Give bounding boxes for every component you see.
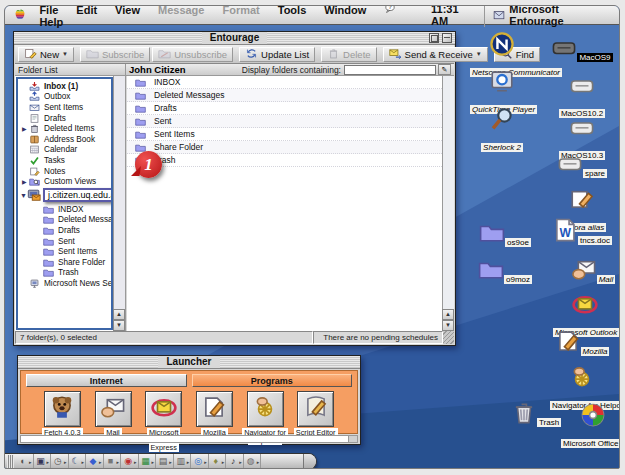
menu-window[interactable]: Window	[315, 5, 375, 16]
new-button[interactable]: New▼	[18, 47, 74, 62]
entourage-titlebar[interactable]: Entourage	[14, 32, 455, 45]
menu-edit[interactable]: Edit	[67, 5, 106, 16]
scroll-down-button[interactable]: ▼	[442, 320, 454, 331]
desktop-icon-microsoft-office-200[interactable]: Microsoft Office 200	[561, 402, 620, 450]
module-arrow-icon: ▸	[239, 459, 242, 465]
folder-item-deleted-items[interactable]: ▶Deleted Items	[18, 123, 111, 134]
video-source-module[interactable]: ◍▸	[244, 454, 262, 469]
desktop-icon-label: Sherlock 2	[481, 143, 523, 152]
desktop-icon-tncs-doc[interactable]: Wtncs.doc	[550, 217, 614, 247]
quicktime-module[interactable]: ◎▸	[191, 454, 209, 469]
menu-tools[interactable]: Tools	[269, 5, 316, 16]
desktop-icon-os9oe[interactable]: os9oe	[473, 219, 537, 249]
menu-file[interactable]: File	[30, 5, 67, 16]
folder-item-sent-items[interactable]: Sent Items	[18, 246, 111, 257]
control-strip-grip[interactable]	[7, 455, 14, 468]
disclosure-collapsed-icon[interactable]: ▶	[22, 178, 29, 185]
application-menu[interactable]: Microsoft Entourage	[484, 5, 611, 27]
mozilla-icon	[555, 328, 581, 358]
launcher-tab-programs[interactable]: Programs	[192, 374, 353, 387]
folder-item-trash[interactable]: Trash	[18, 268, 111, 279]
location-manager-module[interactable]: ◉▸	[121, 454, 139, 469]
folder-item-share-folder[interactable]: Share Folder	[18, 257, 111, 268]
color-depth-module[interactable]: ▦▸	[139, 454, 157, 469]
subscribe-button: Subscribe	[80, 47, 150, 62]
scroll-up-button[interactable]: ▲	[442, 309, 454, 320]
resize-grip[interactable]	[443, 331, 454, 344]
keychain-module[interactable]: ■▸	[104, 454, 122, 469]
launcher-scrollbar[interactable]	[20, 435, 358, 443]
launcher-button-mail[interactable]	[95, 391, 132, 427]
monitor-resolution-module[interactable]: ▣▸	[34, 454, 52, 469]
folder-item-j-citizen-uq-edu-au[interactable]: ▼j.citizen.uq.edu.au	[18, 187, 111, 204]
folder-item-inbox[interactable]: INBOX	[18, 204, 111, 215]
delete-button: Delete	[321, 47, 376, 62]
printer-module[interactable]: ▥▸	[174, 454, 192, 469]
folder-item-calendar[interactable]: Calendar	[18, 145, 111, 156]
launcher-button-mozilla[interactable]	[196, 391, 233, 427]
account-name-edit-box[interactable]: j.citizen.uq.edu.au	[43, 188, 113, 202]
application-menu-label: Microsoft Entourage	[509, 5, 611, 27]
sound-volume-module[interactable]: ♪▸	[226, 454, 244, 469]
update-list-button[interactable]: Update List	[239, 47, 315, 62]
file-sharing-module[interactable]: ◆▸	[86, 454, 104, 469]
scroll-down-button[interactable]: ▼	[113, 320, 125, 331]
folder-item-tasks[interactable]: Tasks	[18, 155, 111, 166]
table-row-sent-items[interactable]: Sent Items	[127, 128, 442, 141]
desktop-pattern-module[interactable]: ▤▸	[156, 454, 174, 469]
desktop-icon-o9moz[interactable]: o9moz	[473, 256, 537, 286]
launcher-window: Launcher InternetPrograms Fetch 4.0.3Mai…	[17, 355, 361, 445]
folder-item-sent-items[interactable]: Sent Items	[18, 102, 111, 113]
collapse-box-button[interactable]	[442, 33, 452, 43]
folder-item-deleted-messages[interactable]: Deleted Messages	[18, 215, 111, 226]
remote-access-module[interactable]: ♦▸	[209, 454, 227, 469]
appearance-module[interactable]: ◐▸	[16, 454, 34, 469]
folder-list-scrollbar[interactable]: ▲ ▼	[113, 76, 125, 331]
disclosure-expanded-icon[interactable]: ▼	[20, 192, 27, 199]
menu-view[interactable]: View	[106, 5, 149, 16]
table-row-sent[interactable]: Sent	[127, 115, 442, 128]
launcher-button-fetch-4-0-3[interactable]	[44, 391, 81, 427]
edit-filter-button[interactable]: ✎	[438, 64, 451, 75]
launcher-tab-internet[interactable]: Internet	[26, 374, 187, 387]
folder-item-drafts[interactable]: Drafts	[18, 113, 111, 124]
zoom-box-button[interactable]	[429, 33, 439, 43]
main-pane-scrollbar[interactable]: ▲ ▼	[442, 76, 454, 331]
folder-item-custom-views[interactable]: ▶Custom Views	[18, 176, 111, 187]
disclosure-collapsed-icon[interactable]: ▶	[22, 125, 29, 132]
help-balloon-icon[interactable]: ?	[375, 5, 405, 16]
folder-item-inbox-1[interactable]: Inbox (1)	[18, 81, 111, 92]
energy-saver-module[interactable]: ☾▸	[69, 454, 87, 469]
folder-item-outbox[interactable]: Outbox	[18, 92, 111, 103]
launcher-titlebar[interactable]: Launcher	[18, 356, 360, 369]
launcher-button-navigator-for-helpdesk[interactable]	[247, 391, 284, 427]
desktop-icon-label: Trash	[537, 418, 561, 427]
scroll-up-button[interactable]: ▲	[113, 309, 125, 320]
desktop-icon-macos9[interactable]: MacOS9	[550, 34, 614, 64]
control-strip-tab[interactable]	[303, 454, 316, 469]
desktop-icon-sherlock-2[interactable]: Sherlock 2	[470, 106, 534, 154]
desktop-icon-mozilla[interactable]: Mozilla	[550, 328, 614, 358]
folder-item-address-book[interactable]: Address Book	[18, 134, 111, 145]
desktop-icon-spare[interactable]: spare	[550, 150, 614, 180]
folder-item-sent[interactable]: Sent	[18, 236, 111, 247]
menu-clock[interactable]: 11:31 AM	[431, 5, 476, 27]
table-row-drafts[interactable]: Drafts	[127, 102, 442, 115]
menu-help[interactable]: Help	[30, 16, 72, 28]
unsubscribe-button: Unsubscribe	[152, 47, 233, 62]
folder-item-drafts[interactable]: Drafts	[18, 225, 111, 236]
desktop-icon-mail[interactable]: Mail	[561, 256, 620, 286]
launcher-button-microsoft-outlook-express[interactable]	[145, 391, 182, 427]
table-row-inbox[interactable]: INBOX	[127, 76, 442, 89]
table-row-deleted-messages[interactable]: Deleted Messages	[127, 89, 442, 102]
launcher-button-script-editor[interactable]	[297, 391, 334, 427]
table-row-trash[interactable]: Trash	[127, 154, 442, 167]
date-time-module[interactable]: ◷▸	[51, 454, 69, 469]
folder-item-notes[interactable]: Notes	[18, 166, 111, 177]
table-row-share-folder[interactable]: Share Folder	[127, 141, 442, 154]
apple-menu[interactable]	[13, 8, 28, 22]
folder-item-microsoft-news-server[interactable]: Microsoft News Server	[18, 278, 111, 289]
desktop-icon-trash[interactable]: Trash	[504, 399, 568, 429]
desktop-icon-macos10-2[interactable]: MacOS10.2	[550, 72, 614, 120]
filter-input[interactable]	[344, 65, 436, 75]
